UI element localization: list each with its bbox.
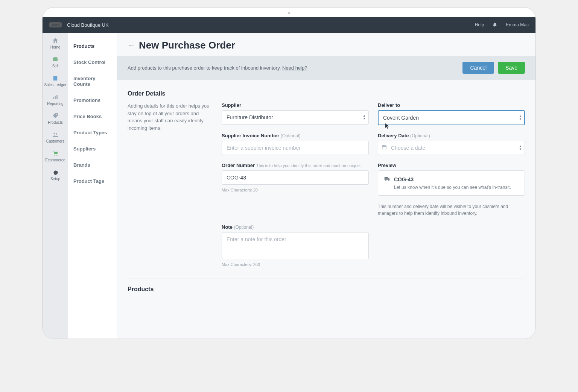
svg-point-6 xyxy=(56,114,57,115)
deliver-to-value: Covent Garden xyxy=(378,110,525,125)
subnav-item-suppliers[interactable]: Suppliers xyxy=(68,141,117,157)
rail-item-customers[interactable]: Customers xyxy=(46,131,64,143)
page-title: New Purchase Order xyxy=(139,40,235,51)
ledger-icon xyxy=(52,75,59,82)
svg-rect-3 xyxy=(53,97,54,99)
deliver-to-select[interactable]: Covent Garden ▲▼ xyxy=(378,110,525,125)
svg-rect-1 xyxy=(54,57,57,58)
calendar-icon xyxy=(382,144,387,151)
rail-item-sales-ledger[interactable]: Sales Ledger xyxy=(44,75,67,87)
rail-label: Products xyxy=(48,120,62,125)
supplier-select[interactable]: Furniture Distributor ▲▼ xyxy=(222,110,369,125)
gear-icon xyxy=(52,169,59,176)
rail-item-home[interactable]: Home xyxy=(50,37,61,49)
delivery-date-input[interactable]: Choose a date ▲▼ xyxy=(378,141,525,155)
hint-bar: Add products to this purchase order to k… xyxy=(117,56,535,80)
rail-label: Ecommerce xyxy=(45,158,65,162)
subnav: Products Stock Control Inventory Counts … xyxy=(68,33,117,339)
rail-item-ecommerce[interactable]: Ecommerce xyxy=(45,150,65,162)
cancel-button[interactable]: Cancel xyxy=(462,62,494,74)
back-arrow-icon[interactable]: ← xyxy=(128,41,135,50)
org-name[interactable]: Cloud Boutique UK xyxy=(67,22,109,28)
preview-box: COG-43 Let us know when it's due so you … xyxy=(378,170,525,196)
svg-point-8 xyxy=(56,133,57,135)
svg-point-16 xyxy=(385,180,386,181)
preview-code: COG-43 xyxy=(394,176,414,182)
subnav-item-price-books[interactable]: Price Books xyxy=(68,108,117,125)
help-link[interactable]: Help xyxy=(475,22,484,27)
subnav-item-inventory-counts[interactable]: Inventory Counts xyxy=(68,70,117,92)
tag-icon xyxy=(52,112,59,119)
order-number-input[interactable] xyxy=(222,170,369,185)
rail-label: Sell xyxy=(52,64,59,68)
rail-item-sell[interactable]: Sell xyxy=(52,56,59,68)
rail-label: Customers xyxy=(46,139,64,143)
hint-text: Add products to this purchase order to k… xyxy=(128,65,281,71)
products-heading: Products xyxy=(128,286,525,293)
device-camera xyxy=(288,12,290,14)
preview-info: This number and delivery date will be vi… xyxy=(378,203,525,217)
rail-label: Sales Ledger xyxy=(44,83,67,87)
rail-label: Home xyxy=(50,45,61,49)
cart-icon xyxy=(52,150,59,157)
order-number-max: Max Characters: 20 xyxy=(222,188,369,192)
truck-icon xyxy=(384,176,390,182)
supplier-invoice-input[interactable] xyxy=(222,141,369,155)
rail-item-reporting[interactable]: Reporting xyxy=(47,94,63,106)
svg-point-10 xyxy=(56,155,57,156)
rail-item-products[interactable]: Products xyxy=(48,112,62,125)
subnav-item-product-types[interactable]: Product Types xyxy=(68,125,117,141)
home-icon xyxy=(52,37,59,44)
supplier-label: Supplier xyxy=(222,102,369,108)
cursor-icon xyxy=(385,123,390,130)
subnav-item-products[interactable]: Products xyxy=(68,38,117,54)
svg-point-9 xyxy=(54,155,55,156)
rail-label: Setup xyxy=(50,177,60,181)
users-icon xyxy=(52,131,59,138)
svg-rect-4 xyxy=(55,96,56,99)
order-number-label: Order Number This is to help you identif… xyxy=(222,163,369,168)
svg-rect-5 xyxy=(56,95,58,99)
preview-label: Preview xyxy=(378,163,525,168)
svg-rect-0 xyxy=(53,58,58,61)
order-details-heading: Order Details xyxy=(128,90,525,97)
section-divider xyxy=(128,278,525,278)
main-content: ← New Purchase Order Add products to thi… xyxy=(117,33,535,339)
register-icon xyxy=(52,56,59,63)
note-textarea[interactable] xyxy=(222,232,369,259)
notifications-icon[interactable] xyxy=(492,22,497,28)
svg-rect-15 xyxy=(385,177,388,180)
svg-point-7 xyxy=(53,133,55,135)
svg-point-17 xyxy=(388,180,389,181)
chart-icon xyxy=(52,94,59,100)
user-name[interactable]: Emma Mac xyxy=(506,22,529,27)
topbar: vend Cloud Boutique UK Help Emma Mac xyxy=(43,17,535,33)
deliver-to-label: Deliver to xyxy=(378,102,525,108)
rail-label: Reporting xyxy=(47,102,63,106)
supplier-invoice-label: Supplier Invoice Number (Optional) xyxy=(222,133,369,138)
subnav-item-promotions[interactable]: Promotions xyxy=(68,92,117,108)
subnav-item-brands[interactable]: Brands xyxy=(68,157,117,173)
note-max: Max Characters: 200 xyxy=(222,262,369,267)
logo-badge: vend xyxy=(49,22,62,27)
rail-item-setup[interactable]: Setup xyxy=(50,169,60,181)
order-details-description: Adding details for this order helps you … xyxy=(128,102,210,267)
subnav-item-stock-control[interactable]: Stock Control xyxy=(68,54,117,70)
note-label: Note (Optional) xyxy=(222,224,369,230)
save-button[interactable]: Save xyxy=(498,62,525,74)
need-help-link[interactable]: Need help? xyxy=(282,65,307,71)
supplier-value: Furniture Distributor xyxy=(222,110,369,125)
delivery-date-label: Delivery Date (Optional) xyxy=(378,133,525,138)
svg-rect-11 xyxy=(382,146,386,149)
preview-subtext: Let us know when it's due so you can see… xyxy=(394,185,519,190)
icon-rail: Home Sell Sales Ledger Reporting Product… xyxy=(43,33,68,339)
subnav-item-product-tags[interactable]: Product Tags xyxy=(68,173,117,189)
svg-rect-2 xyxy=(53,76,58,81)
